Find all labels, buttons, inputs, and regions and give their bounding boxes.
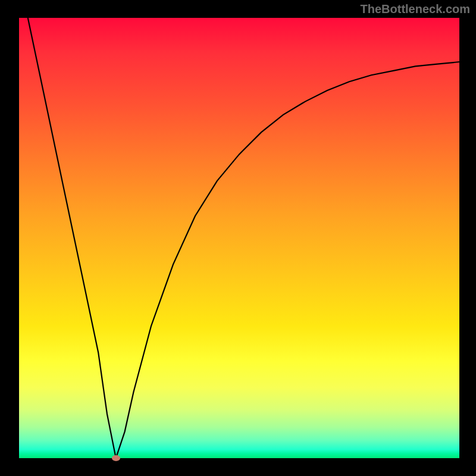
watermark-text: TheBottleneck.com xyxy=(361,2,470,16)
plot-area xyxy=(19,18,459,458)
curve-path xyxy=(28,18,459,458)
curve-layer xyxy=(19,18,459,458)
min-marker xyxy=(112,455,120,461)
chart-container: TheBottleneck.com xyxy=(0,0,476,476)
